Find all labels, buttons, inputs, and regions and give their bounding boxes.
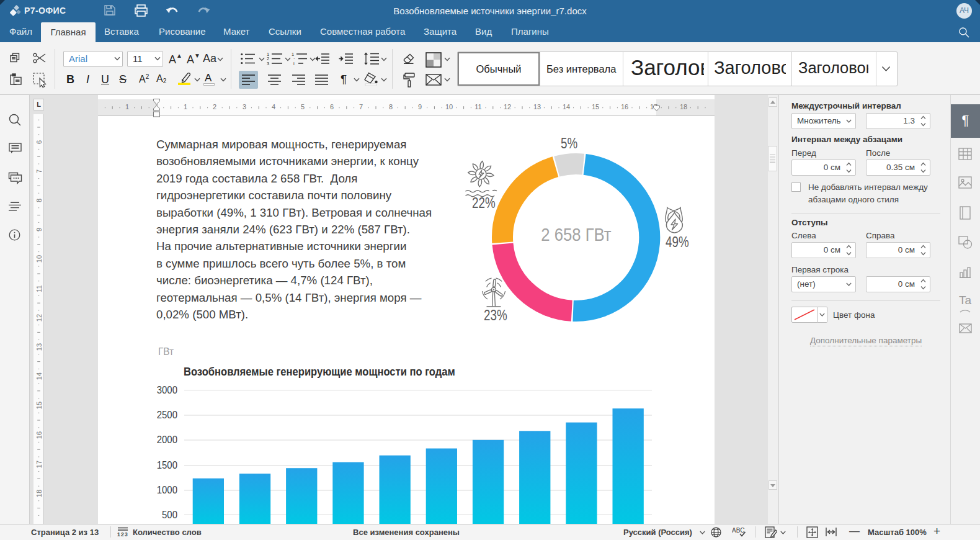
svg-text:2: 2 (121, 531, 124, 537)
svg-text:3: 3 (267, 61, 269, 66)
svg-text:1: 1 (117, 531, 120, 537)
svg-text:ABC: ABC (732, 527, 745, 534)
svg-text:3: 3 (125, 531, 128, 537)
